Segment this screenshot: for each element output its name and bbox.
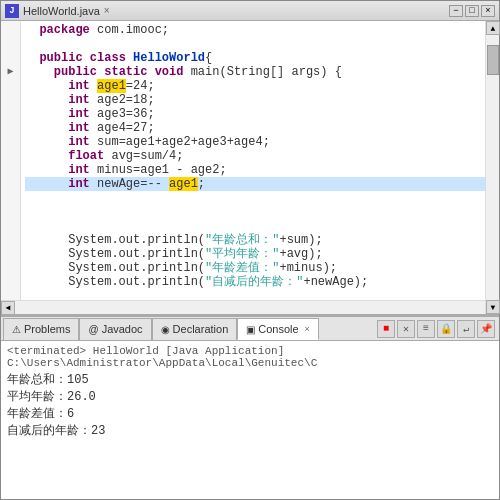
close-button[interactable]: ×	[481, 5, 495, 17]
scroll-left-button[interactable]: ◀	[1, 301, 15, 315]
code-line: System.out.println("年龄差值："+minus);	[25, 261, 495, 275]
code-line	[25, 191, 495, 205]
code-line	[25, 205, 495, 219]
code-line	[25, 289, 495, 300]
scroll-lock-button[interactable]: 🔒	[437, 320, 455, 338]
code-line	[25, 37, 495, 51]
tab-bar: ⚠ Problems @ Javadoc ◉ Declaration ▣ Con…	[1, 317, 499, 341]
clear-console-button[interactable]: ≡	[417, 320, 435, 338]
title-bar: J HelloWorld.java × − □ ×	[1, 1, 499, 21]
code-line: int age3=36;	[25, 107, 495, 121]
code-line: float avg=sum/4;	[25, 149, 495, 163]
code-line: int age2=18;	[25, 93, 495, 107]
scroll-up-button[interactable]: ▲	[486, 21, 499, 35]
file-icon: J	[5, 4, 19, 18]
horizontal-scrollbar[interactable]: ◀ ▶	[1, 300, 499, 314]
console-icon: ▣	[246, 324, 255, 335]
console-toolbar: ■ ✕ ≡ 🔒 ↵ 📌	[377, 320, 499, 338]
remove-launches-button[interactable]: ✕	[397, 320, 415, 338]
tab-declaration-label: Declaration	[173, 323, 229, 335]
line-gutter: ▶	[1, 21, 21, 300]
console-line-2: 平均年龄：26.0	[7, 388, 493, 405]
code-line: int minus=age1 - age2;	[25, 163, 495, 177]
code-editor[interactable]: ▶ package com.imooc; public class HelloW…	[1, 21, 499, 316]
code-lines[interactable]: package com.imooc; public class HelloWor…	[21, 21, 499, 300]
tab-javadoc-label: Javadoc	[102, 323, 143, 335]
code-line: System.out.println("年龄总和："+sum);	[25, 233, 495, 247]
tab-close-icon[interactable]: ×	[104, 5, 110, 16]
tab-javadoc[interactable]: @ Javadoc	[79, 318, 151, 340]
javadoc-icon: @	[88, 324, 98, 335]
word-wrap-button[interactable]: ↵	[457, 320, 475, 338]
console-line-4: 自减后的年龄：23	[7, 422, 493, 439]
code-line: int age4=27;	[25, 121, 495, 135]
tab-problems[interactable]: ⚠ Problems	[3, 318, 79, 340]
breakpoint-arrow: ▶	[1, 65, 21, 79]
terminate-button[interactable]: ■	[377, 320, 395, 338]
code-line: System.out.println("平均年龄："+avg);	[25, 247, 495, 261]
bottom-panel: ⚠ Problems @ Javadoc ◉ Declaration ▣ Con…	[1, 316, 499, 499]
code-line-highlighted: int newAge=-- age1;	[25, 177, 495, 191]
code-line: public class HelloWorld{	[25, 51, 495, 65]
console-line-1: 年龄总和：105	[7, 371, 493, 388]
vertical-scrollbar[interactable]: ▲ ▼	[485, 21, 499, 300]
console-header: <terminated> HelloWorld [Java Applicatio…	[7, 345, 493, 369]
pin-button[interactable]: 📌	[477, 320, 495, 338]
tab-console-label: Console	[258, 323, 298, 335]
code-line: public static void main(String[] args) {	[25, 65, 495, 79]
editor-container: ▶ package com.imooc; public class HelloW…	[1, 21, 499, 499]
maximize-button[interactable]: □	[465, 5, 479, 17]
console-line-3: 年龄差值：6	[7, 405, 493, 422]
window: J HelloWorld.java × − □ × ▶	[0, 0, 500, 500]
code-line	[25, 219, 495, 233]
code-line: int age1=24;	[25, 79, 495, 93]
tab-console[interactable]: ▣ Console ×	[237, 318, 319, 340]
declaration-icon: ◉	[161, 324, 170, 335]
tab-declaration[interactable]: ◉ Declaration	[152, 318, 238, 340]
tab-problems-label: Problems	[24, 323, 70, 335]
code-line: package com.imooc;	[25, 23, 495, 37]
problems-icon: ⚠	[12, 324, 21, 335]
code-line: System.out.println("自减后的年龄："+newAge);	[25, 275, 495, 289]
code-line: int sum=age1+age2+age3+age4;	[25, 135, 495, 149]
tab-close-console-icon[interactable]: ×	[305, 324, 310, 334]
scroll-thumb[interactable]	[487, 45, 499, 75]
minimize-button[interactable]: −	[449, 5, 463, 17]
file-title: HelloWorld.java	[23, 5, 100, 17]
console-output-area: <terminated> HelloWorld [Java Applicatio…	[1, 341, 499, 499]
